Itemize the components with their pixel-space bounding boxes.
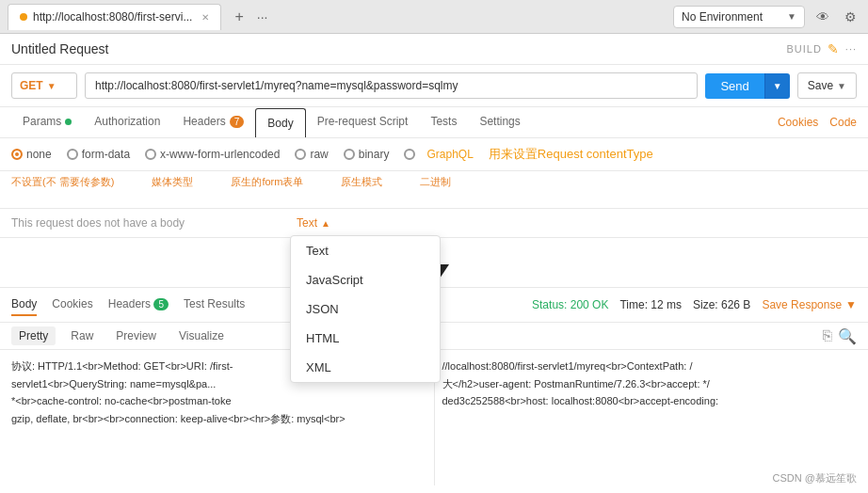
more-options-button[interactable]: ··· <box>257 9 268 24</box>
tabs-right: Cookies Code <box>778 116 857 129</box>
more-icon[interactable]: ··· <box>845 43 857 55</box>
radio-graphql[interactable]: GraphQL <box>404 148 473 161</box>
text-trigger-arrow: ▲ <box>321 218 330 229</box>
eye-icon-button[interactable]: 👁 <box>812 6 833 28</box>
response-headers-badge: 5 <box>153 298 169 310</box>
send-button[interactable]: Send <box>705 73 764 99</box>
radio-binary-dot <box>344 149 355 160</box>
radio-none[interactable]: none <box>11 148 52 161</box>
radio-urlencoded[interactable]: x-www-form-urlencoded <box>145 148 280 161</box>
response-time: Time: 12 ms <box>619 298 682 311</box>
build-section: BUILD ✎ ··· <box>786 41 857 56</box>
subtab-preview[interactable]: Preview <box>108 326 164 345</box>
graphql-annotation: 用来设置Request contentType <box>489 146 653 163</box>
annotation-col-1: 不设置(不 需要传参数) <box>11 175 114 189</box>
copy-icon[interactable]: ⎘ <box>823 327 832 344</box>
radio-raw-label: raw <box>310 148 328 161</box>
cookies-link[interactable]: Cookies <box>778 116 818 129</box>
annotation-area: 不设置(不 需要传参数) 媒体类型 原生的form表单 原生模式 二进制 <box>0 171 868 209</box>
headers-badge: 7 <box>230 116 245 128</box>
radio-raw-dot <box>295 149 306 160</box>
text-trigger-label: Text <box>297 216 317 230</box>
body-radio-group: none form-data x-www-form-urlencoded raw… <box>11 146 653 163</box>
edit-icon[interactable]: ✎ <box>828 41 840 56</box>
text-dropdown-menu: Text JavaScript JSON HTML XML <box>290 235 441 383</box>
tab-tests[interactable]: Tests <box>419 107 468 137</box>
active-tab[interactable]: http://localhost:8080/first-servi... ✕ <box>8 4 221 30</box>
search-icon[interactable]: 🔍 <box>838 327 857 345</box>
dropdown-item-javascript[interactable]: JavaScript <box>291 265 440 294</box>
annotation-col-4: 原生模式 <box>341 175 382 189</box>
send-btn-group: Send ▼ <box>705 73 789 99</box>
dropdown-item-xml[interactable]: XML <box>291 353 440 382</box>
build-label: BUILD <box>786 43 821 55</box>
status-info: Status: 200 OK Time: 12 ms Size: 626 B S… <box>532 298 857 311</box>
request-title-bar: Untitled Request BUILD ✎ ··· <box>0 34 868 65</box>
main-container: http://localhost:8080/first-servi... ✕ +… <box>0 0 868 493</box>
request-title: Untitled Request <box>11 41 109 56</box>
radio-form-data[interactable]: form-data <box>67 148 130 161</box>
tab-settings[interactable]: Settings <box>468 107 531 137</box>
annotation-col-3: 原生的form表单 <box>231 175 303 189</box>
save-button[interactable]: Save ▼ <box>797 72 857 99</box>
dropdown-item-html[interactable]: HTML <box>291 324 440 353</box>
body-section: This request does not have a body Text ▲… <box>0 209 868 288</box>
params-dot <box>65 119 72 125</box>
anno-media-type: 媒体类型 <box>152 175 193 189</box>
settings-icon-button[interactable]: ⚙ <box>841 6 860 28</box>
dropdown-item-text[interactable]: Text <box>291 236 440 265</box>
radio-urlencoded-dot <box>145 149 156 160</box>
method-label: GET <box>20 79 43 92</box>
url-input[interactable] <box>85 72 698 99</box>
env-arrow-icon: ▼ <box>787 11 796 22</box>
radio-none-label: none <box>26 148 52 161</box>
tab-pre-request[interactable]: Pre-request Script <box>306 107 420 137</box>
radio-binary[interactable]: binary <box>344 148 390 161</box>
radio-formdata-dot <box>67 149 78 160</box>
response-right-content: //localhost:8080/first-servlet1/myreq<br… <box>435 358 858 485</box>
annotation-col-5: 二进制 <box>420 175 451 189</box>
csdn-watermark: CSDN @慕远笙歌 <box>773 471 857 485</box>
subtab-pretty[interactable]: Pretty <box>11 326 56 345</box>
method-arrow-icon: ▼ <box>47 81 56 91</box>
browser-bar: http://localhost:8080/first-servi... ✕ +… <box>0 0 868 34</box>
send-dropdown-arrow[interactable]: ▼ <box>764 73 790 99</box>
body-notice: This request does not have a body <box>0 209 868 238</box>
body-options-bar: none form-data x-www-form-urlencoded raw… <box>0 138 868 171</box>
save-label: Save <box>808 79 833 92</box>
radio-graphql-label: GraphQL <box>426 148 473 161</box>
request-tabs-bar: Params Authorization Headers 7 Body Pre-… <box>0 107 868 138</box>
radio-binary-label: binary <box>359 148 390 161</box>
annotation-row: 不设置(不 需要传参数) 媒体类型 原生的form表单 原生模式 二进制 <box>11 175 857 189</box>
status-ok: Status: 200 OK <box>532 298 608 311</box>
anno-form-raw: 原生的form表单 <box>231 175 303 189</box>
tab-params[interactable]: Params <box>11 107 83 137</box>
radio-urlencoded-label: x-www-form-urlencoded <box>160 148 280 161</box>
response-tab-headers[interactable]: Headers 5 <box>108 294 169 316</box>
tab-label: http://localhost:8080/first-servi... <box>33 10 192 24</box>
env-selector: No Environment ▼ 👁 ⚙ <box>673 6 860 28</box>
tab-authorization[interactable]: Authorization <box>83 107 171 137</box>
response-icons: ⎘ 🔍 <box>823 327 857 345</box>
response-tab-body[interactable]: Body <box>11 294 37 316</box>
new-tab-button[interactable]: + <box>229 7 249 27</box>
response-tab-cookies[interactable]: Cookies <box>52 294 92 316</box>
radio-none-dot <box>11 149 23 160</box>
dropdown-item-json[interactable]: JSON <box>291 294 440 324</box>
tab-body[interactable]: Body <box>255 108 305 137</box>
text-trigger[interactable]: Text ▲ <box>297 216 330 230</box>
subtab-raw[interactable]: Raw <box>63 326 101 345</box>
radio-graphql-dot <box>404 149 415 160</box>
radio-raw[interactable]: raw <box>295 148 328 161</box>
method-selector[interactable]: GET ▼ <box>11 72 77 99</box>
code-link[interactable]: Code <box>829 116 857 129</box>
subtab-visualize[interactable]: Visualize <box>171 326 232 345</box>
tab-headers[interactable]: Headers 7 <box>171 107 255 137</box>
annotation-col-2: 媒体类型 <box>152 175 193 189</box>
anno-binary: 二进制 <box>420 175 451 189</box>
response-tab-test-results[interactable]: Test Results <box>184 294 245 316</box>
save-response-button[interactable]: Save Response ▼ <box>762 298 857 311</box>
response-size: Size: 626 B <box>693 298 750 311</box>
tab-close-icon[interactable]: ✕ <box>201 12 209 23</box>
environment-dropdown[interactable]: No Environment ▼ <box>673 6 805 28</box>
